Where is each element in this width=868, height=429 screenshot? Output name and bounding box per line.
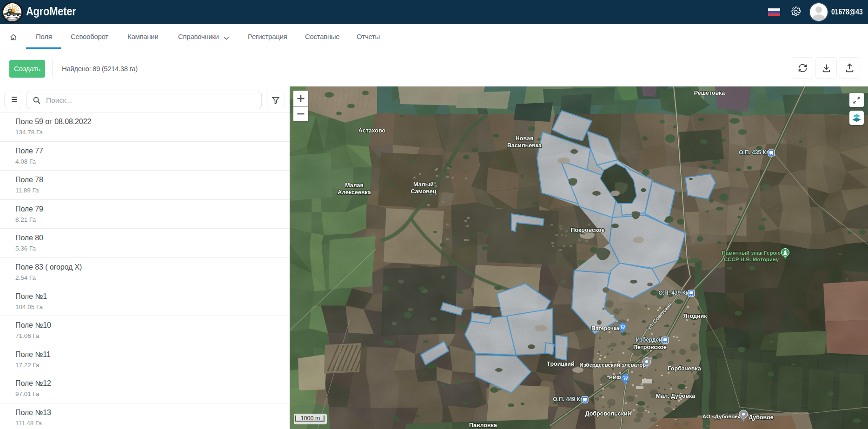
svg-text:Троицкий: Троицкий: [547, 361, 574, 367]
svg-text:Павловка: Павловка: [469, 422, 497, 429]
svg-text:Пятерочка: Пятерочка: [591, 325, 619, 331]
svg-text:Избердеевский элеватор: Избердеевский элеватор: [580, 362, 646, 368]
svg-text:О.П. 435 Км: О.П. 435 Км: [739, 149, 770, 156]
svg-text:Мал. Дубовка: Мал. Дубовка: [656, 393, 696, 399]
svg-text:Горбачевка: Горбачевка: [668, 365, 701, 372]
svg-text:Памятный знак Герою: Памятный знак Герою: [722, 250, 781, 256]
svg-text:Добровольский: Добровольский: [585, 410, 631, 417]
svg-text:Покровское: Покровское: [570, 227, 604, 233]
svg-text:Избердей: Избердей: [636, 337, 662, 343]
svg-text:О.П. 449 Км: О.П. 449 Км: [553, 396, 584, 403]
svg-text:Решетовка: Решетовка: [694, 90, 726, 96]
svg-text:Петровское: Петровское: [633, 344, 667, 350]
svg-text:Алексеевка: Алексеевка: [338, 189, 371, 196]
svg-text:Самовец: Самовец: [411, 188, 436, 195]
svg-text:Астахово: Астахово: [358, 127, 386, 134]
svg-text:Малая: Малая: [345, 182, 364, 189]
svg-text:Дубовое: Дубовое: [749, 414, 774, 421]
svg-text:Новая: Новая: [516, 135, 533, 142]
svg-text:"РИФ": "РИФ": [607, 375, 624, 380]
svg-text:СССР Н.Я. Моторину: СССР Н.Я. Моторину: [724, 257, 779, 262]
svg-text:АО «Дубовое»: АО «Дубовое»: [702, 414, 741, 419]
svg-text:Малый: Малый: [413, 181, 434, 188]
svg-text:Васильевка: Васильевка: [507, 142, 542, 149]
svg-text:Ягодник: Ягодник: [683, 313, 708, 319]
svg-text:О.П. 439 Км: О.П. 439 Км: [658, 290, 690, 296]
